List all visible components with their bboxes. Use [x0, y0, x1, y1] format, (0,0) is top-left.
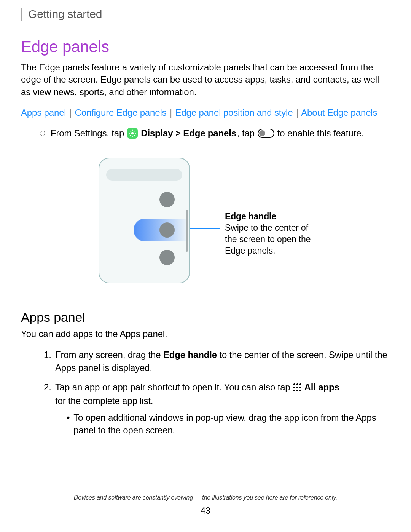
edge-handle-icon	[186, 210, 188, 252]
step-2: 2. Tap an app or app pair shortcut to op…	[44, 381, 390, 436]
callout-line	[190, 228, 220, 229]
instruction-prefix: From Settings, tap	[51, 128, 124, 139]
page-footer: Devices and software are constantly evol…	[0, 494, 411, 516]
toggle-switch-icon	[258, 129, 274, 138]
link-edge-panel-position[interactable]: Edge panel position and style	[175, 107, 293, 118]
instruction-suffix: to enable this feature.	[277, 128, 364, 139]
breadcrumb-container: Getting started	[21, 8, 390, 21]
page-title: Edge panels	[21, 38, 390, 56]
display-settings-icon	[127, 128, 138, 139]
phone-illustration	[99, 158, 190, 283]
step-2-text-b: for the complete app list.	[55, 395, 153, 407]
step-1: 1. From any screen, drag the Edge handle…	[44, 348, 390, 374]
page-number: 43	[0, 506, 411, 516]
callout-title: Edge handle	[225, 211, 312, 222]
svg-line-5	[130, 131, 131, 132]
instruction-row: From Settings, tap Display > Edge panels…	[40, 128, 390, 139]
footer-note: Devices and software are constantly evol…	[0, 494, 411, 501]
bullet-dot-icon: •	[67, 411, 70, 437]
panel-dot-icon	[159, 192, 175, 207]
section-intro: You can add apps to the Apps panel.	[21, 329, 390, 339]
step-number: 1.	[44, 348, 55, 374]
all-apps-grid-icon	[293, 383, 301, 391]
breadcrumb: Getting started	[28, 8, 390, 21]
svg-line-7	[130, 135, 131, 136]
svg-line-8	[134, 131, 135, 132]
link-separator: |	[170, 107, 172, 118]
instruction-path: Display > Edge panels	[141, 128, 236, 139]
step-number: 2.	[44, 381, 55, 436]
link-configure-edge-panels[interactable]: Configure Edge panels	[75, 107, 167, 118]
callout-description: Swipe to the center of the screen to ope…	[225, 223, 311, 256]
section-heading-apps-panel: Apps panel	[21, 310, 390, 325]
link-apps-panel[interactable]: Apps panel	[21, 107, 66, 118]
step-2-allapps: All apps	[304, 381, 339, 394]
step-1-text-a: From any screen, drag the	[55, 350, 163, 360]
panel-dot-icon	[159, 222, 175, 238]
svg-point-0	[131, 132, 134, 135]
link-row: Apps panel | Configure Edge panels | Edg…	[21, 107, 390, 118]
swipe-gradient-icon	[134, 219, 189, 241]
step-2-sub-text: To open additional windows in pop-up vie…	[73, 411, 390, 437]
steps-list: 1. From any screen, drag the Edge handle…	[44, 348, 390, 437]
dotted-bullet-icon	[40, 131, 45, 136]
instruction-mid: , tap	[237, 128, 255, 139]
link-separator: |	[296, 107, 298, 118]
phone-status-bar	[106, 169, 182, 181]
step-2-sub-bullet: • To open additional windows in pop-up v…	[67, 411, 390, 437]
intro-paragraph: The Edge panels feature a variety of cus…	[21, 61, 390, 98]
step-1-bold: Edge handle	[163, 350, 217, 360]
panel-dot-icon	[159, 250, 175, 265]
link-separator: |	[69, 107, 72, 118]
step-2-text-a: Tap an app or app pair shortcut to open …	[55, 381, 290, 394]
link-about-edge-panels[interactable]: About Edge panels	[301, 107, 377, 118]
svg-line-6	[134, 135, 135, 136]
diagram-area: Edge handle Swipe to the center of the s…	[21, 158, 390, 283]
